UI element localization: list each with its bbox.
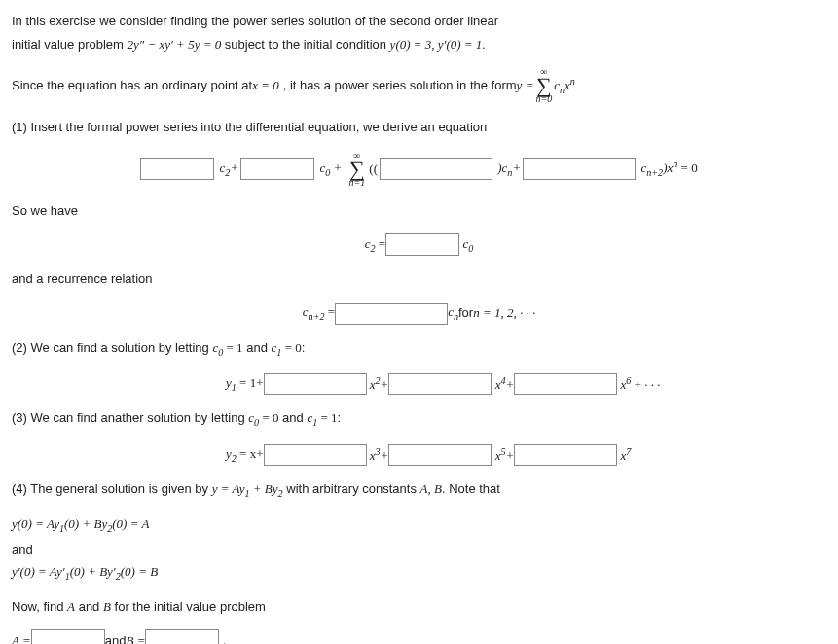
q3d: c1 = 1: [307, 411, 337, 425]
input-B[interactable]: [145, 629, 219, 644]
q3c: and: [278, 411, 307, 425]
q4-text: (4) The general solution is given by y =…: [12, 480, 826, 501]
q4f: . Note that: [442, 482, 500, 496]
and-line: and: [12, 540, 826, 559]
now-a: Now, find: [12, 599, 67, 614]
yp0ab: (0) + By′: [70, 564, 116, 579]
q3d1: = 1: [317, 411, 337, 425]
tx: )x: [663, 161, 673, 176]
input-A[interactable]: [31, 629, 105, 644]
period1: .: [482, 37, 485, 52]
tail: cn+2)xn = 0: [638, 157, 698, 180]
y1-x6: x6 + · · ·: [617, 374, 660, 395]
since-line: Since the equation has an ordinary point…: [12, 67, 826, 104]
cnm-p: +: [512, 161, 521, 175]
input-y1-c[interactable]: [514, 373, 617, 395]
c2p1: +: [230, 161, 238, 175]
yp0-line: y′(0) = Ay′1(0) + By′2(0) = B: [12, 562, 826, 584]
yp0ac: (0) = B: [121, 564, 158, 579]
input-c2-val[interactable]: [385, 233, 459, 256]
now-B: B: [103, 599, 111, 614]
c0s: 0: [325, 166, 330, 177]
input-sum-a[interactable]: [380, 158, 492, 180]
y0a: y(0) = Ay1(0) + By2(0) = A: [12, 517, 149, 531]
input-y2-b[interactable]: [388, 444, 492, 466]
cn-sup: n: [570, 76, 575, 87]
Beq: B =: [126, 631, 145, 644]
y2-x3: x3+: [367, 445, 389, 466]
intro-line1: In this exercise we consider finding the…: [12, 12, 826, 31]
intro-text-b: subject to the initial condition: [221, 37, 389, 52]
q2b: c0 = 1: [212, 340, 242, 355]
q4e: A, B: [420, 482, 442, 496]
c2-label: c2+: [216, 159, 238, 180]
x0: x = 0: [252, 76, 279, 95]
input-sum-b[interactable]: [523, 158, 636, 180]
q3-text: (3) We can find anather solution by lett…: [12, 409, 826, 430]
sigma-bot: n=0: [535, 94, 552, 104]
ab-row: A = and B = .: [12, 629, 826, 644]
rec-rhs: cn: [448, 303, 458, 324]
q2d: c1 = 0: [272, 340, 302, 355]
since-a: Since the equation has an ordinary point…: [12, 76, 252, 95]
cnxn: cnxn: [554, 74, 575, 97]
y0aa: y(0) = Ay: [12, 517, 59, 531]
eq1-row: c2+ c0 + ∞ ∑ n=1 (( )cn+ cn+2)xn = 0: [12, 151, 826, 188]
y1p1: +: [381, 377, 389, 392]
teq: = 0: [677, 161, 697, 176]
y1-row: y1 = 1+ x2+ x4+ x6 + · · ·: [12, 373, 826, 395]
q2b1: = 1: [223, 340, 242, 355]
rec-for: for: [458, 304, 473, 323]
q3b: c0 = 0: [248, 411, 278, 425]
input-rec[interactable]: [335, 303, 448, 325]
yp0a: y′(0) = Ay′1(0) + By′2(0) = B: [12, 564, 158, 579]
input-c0-coef[interactable]: [240, 158, 314, 180]
q2-text: (2) We can find a solution by letting c0…: [12, 339, 826, 360]
y2-lhs: y2 = x+: [226, 445, 264, 466]
input-y2-a[interactable]: [264, 444, 367, 466]
y2-x7: x7: [617, 445, 631, 466]
c0-label: c0 +: [316, 159, 345, 180]
cn-mid: )cn+: [494, 159, 521, 180]
so-we-have: So we have: [12, 201, 826, 221]
y0ab: (0) + By: [64, 517, 107, 531]
c2r-s: 0: [468, 242, 473, 253]
rl-s: n+2: [309, 311, 325, 322]
q4d: with arbitrary constants: [283, 482, 420, 496]
c2eq-lhs: c2 =: [365, 234, 385, 256]
y2b: = x+: [237, 447, 264, 461]
input-y1-a[interactable]: [264, 373, 367, 395]
ode-eq: 2y″ − xy′ + 5y = 0: [128, 37, 222, 52]
rec-range: n = 1, 2, · · ·: [473, 304, 535, 323]
rl-eq: =: [325, 304, 336, 319]
q2e: :: [302, 340, 306, 355]
sigma2-bot: n=1: [349, 178, 366, 188]
input-y2-c[interactable]: [514, 444, 617, 466]
paren-open: ((: [369, 160, 378, 179]
c2eq-rhs: c0: [459, 234, 473, 256]
y1b: = 1+: [237, 376, 264, 390]
y1p2: +: [505, 377, 514, 392]
q2a: (2) We can find a solution by letting: [12, 340, 212, 355]
q3e: :: [338, 411, 342, 425]
c2l-eq: =: [376, 236, 386, 251]
input-y1-b[interactable]: [388, 373, 492, 395]
q3b0: = 0: [259, 411, 278, 425]
y1d: + · · ·: [631, 377, 660, 392]
recur-text: and a recurrence relation: [12, 269, 826, 289]
yeq: y =: [517, 76, 534, 95]
q4by: y = Ay: [212, 482, 245, 496]
now-A: A: [67, 599, 75, 614]
y2-x5: x5+: [492, 445, 514, 466]
sigma-icon: ∞ ∑ n=0: [535, 67, 552, 104]
ic-eq: y(0) = 3, y′(0) = 1: [390, 37, 483, 52]
now-c: for the initial value problem: [111, 599, 266, 614]
now-line: Now, find A and B for the initial value …: [12, 597, 826, 617]
input-c2-coef[interactable]: [140, 158, 214, 180]
y2p1: +: [381, 448, 389, 463]
y1-lhs: y1 = 1+: [226, 374, 264, 395]
q4c: + By: [250, 482, 278, 496]
y2x7s: 7: [626, 447, 631, 457]
sigma2-icon: ∞ ∑ n=1: [349, 151, 366, 188]
y1-x2: x2+: [367, 374, 389, 395]
